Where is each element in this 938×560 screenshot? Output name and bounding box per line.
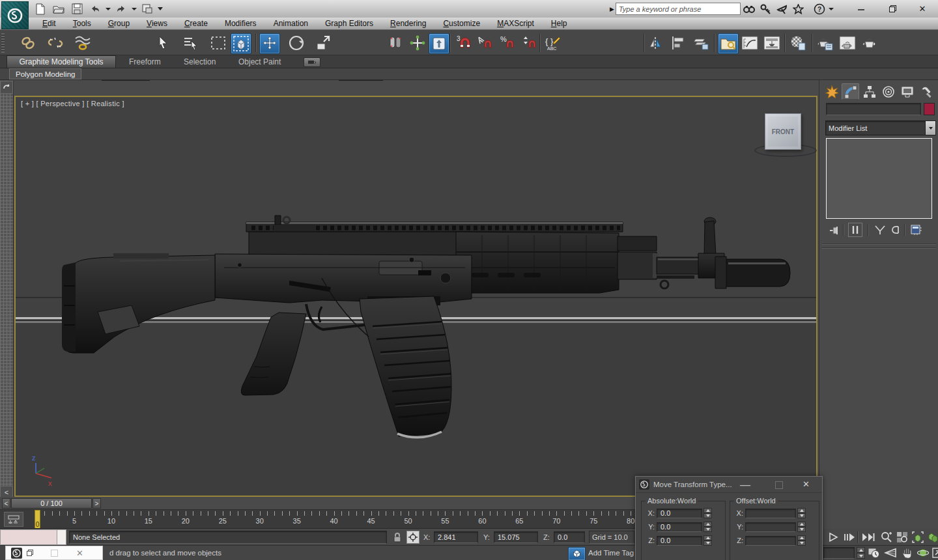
toolbar-drag-handle[interactable]: [1, 33, 5, 53]
render-setup-button[interactable]: [816, 33, 835, 53]
next-frame-step-button[interactable]: [842, 530, 857, 544]
current-frame-field[interactable]: [823, 547, 855, 559]
zoom-button[interactable]: [879, 530, 894, 544]
make-unique-button[interactable]: [873, 223, 887, 237]
off-y-spinner[interactable]: [797, 522, 806, 532]
abs-z-field[interactable]: 0.0: [657, 536, 702, 546]
select-and-manipulate-button[interactable]: [408, 33, 427, 53]
floating-window-titlebar[interactable]: ✕: [5, 546, 103, 560]
unlink-selection-button[interactable]: [46, 33, 65, 53]
search-button[interactable]: [742, 3, 757, 16]
abs-x-spinner[interactable]: [704, 508, 712, 518]
restore-window-small-icon[interactable]: [26, 549, 34, 557]
maximize-viewport-toggle[interactable]: [930, 546, 938, 560]
orbit-view-button[interactable]: [916, 546, 930, 560]
strip-scroll-top-button[interactable]: [0, 81, 13, 94]
pin-stack-button[interactable]: [827, 223, 842, 237]
redo-button[interactable]: [113, 2, 129, 16]
perspective-viewport[interactable]: z x [ + ] [ Perspective ] [ Realistic ] …: [14, 96, 817, 497]
help-dropdown[interactable]: [829, 8, 834, 10]
abs-y-field[interactable]: 0.0: [657, 522, 702, 532]
curve-editor-button[interactable]: [740, 33, 760, 53]
communication-center-button[interactable]: [775, 3, 789, 16]
menu-views[interactable]: Views: [138, 18, 176, 29]
maxscript-mini-listener[interactable]: [0, 529, 57, 545]
snaps-toggle-button[interactable]: 3: [453, 33, 473, 53]
undo-dropdown[interactable]: [106, 8, 111, 10]
modifier-stack-list[interactable]: [826, 138, 932, 219]
menu-tools[interactable]: Tools: [64, 18, 100, 29]
abs-z-spinner[interactable]: [704, 535, 712, 546]
select-and-place-button[interactable]: [386, 33, 405, 53]
menu-customize[interactable]: Customize: [434, 18, 489, 29]
select-and-rotate-button[interactable]: [287, 33, 306, 53]
edit-named-selection-sets-button[interactable]: { }ABC: [543, 33, 563, 53]
abs-y-spinner[interactable]: [704, 522, 712, 532]
maxscript-macro-recorder[interactable]: [57, 529, 66, 545]
next-frame-button[interactable]: >: [92, 498, 101, 509]
off-z-spinner[interactable]: [797, 535, 806, 546]
close-window-button[interactable]: ✕: [913, 3, 931, 14]
menu-edit[interactable]: Edit: [34, 18, 64, 29]
new-scene-button[interactable]: [33, 2, 48, 16]
material-editor-button[interactable]: [788, 33, 808, 53]
menu-create[interactable]: Create: [176, 18, 216, 29]
restore-window-button[interactable]: [883, 3, 902, 14]
tab-motion[interactable]: [879, 83, 897, 100]
schematic-view-button[interactable]: [762, 33, 782, 53]
search-input[interactable]: Type a keyword or phrase: [616, 3, 741, 15]
configure-modifier-sets-button[interactable]: [909, 223, 924, 237]
menu-graph-editors[interactable]: Graph Editors: [317, 18, 382, 29]
use-pivot-point-center-button[interactable]: [429, 33, 449, 54]
previous-frame-button[interactable]: <: [2, 498, 10, 509]
spinner-snap-button[interactable]: [520, 33, 539, 53]
redo-dropdown[interactable]: [132, 8, 137, 10]
select-object-button[interactable]: [154, 33, 173, 53]
viewcube[interactable]: FRONT: [765, 113, 801, 150]
select-and-move-button[interactable]: [259, 33, 280, 54]
go-to-end-button[interactable]: [861, 530, 875, 544]
abs-x-field[interactable]: 0.0: [657, 509, 702, 518]
off-z-field[interactable]: [745, 536, 796, 546]
angle-snap-button[interactable]: [476, 33, 495, 53]
move-transform-type-in-dialog[interactable]: Move Transform Type... — ✕ Absolute:Worl…: [635, 476, 823, 560]
dialog-maximize-button[interactable]: [775, 481, 783, 489]
rendered-frame-window-button[interactable]: [838, 33, 857, 53]
workspaces-button[interactable]: [139, 2, 155, 16]
tab-object-paint[interactable]: Object Paint: [233, 55, 286, 68]
off-x-field[interactable]: [745, 509, 796, 518]
tab-freeform[interactable]: Freeform: [124, 55, 166, 68]
menu-rendering[interactable]: Rendering: [382, 18, 434, 29]
minimize-window-button[interactable]: [852, 3, 870, 14]
save-file-button[interactable]: [69, 2, 85, 16]
undo-button[interactable]: [87, 2, 103, 16]
modifier-list-dropdown[interactable]: Modifier List: [825, 120, 936, 135]
close-small-icon[interactable]: ✕: [76, 548, 83, 558]
current-frame-marker[interactable]: 0: [35, 510, 40, 529]
align-button[interactable]: [670, 33, 689, 53]
scene-explorer-button[interactable]: [718, 33, 739, 54]
zoom-extents-all-button[interactable]: [926, 530, 938, 544]
show-end-result-button[interactable]: [848, 223, 862, 237]
selection-lock-toggle[interactable]: [391, 531, 404, 544]
tab-hierarchy[interactable]: [860, 83, 878, 100]
tab-graphite-modeling-tools[interactable]: Graphite Modeling Tools: [7, 55, 116, 68]
viewport-label[interactable]: [ + ] [ Perspective ] [ Realistic ]: [21, 100, 124, 107]
bind-to-space-warp-button[interactable]: [73, 33, 92, 53]
pan-view-button[interactable]: [900, 546, 914, 560]
x-coordinate-field[interactable]: 2.841: [434, 531, 478, 543]
dialog-title-bar[interactable]: Move Transform Type... — ✕: [636, 477, 822, 493]
dialog-minimize-button[interactable]: —: [740, 479, 750, 491]
zoom-extents-button[interactable]: [911, 530, 925, 544]
select-and-scale-button[interactable]: [314, 33, 334, 53]
off-x-spinner[interactable]: [797, 508, 806, 518]
remove-modifier-button[interactable]: [888, 223, 903, 237]
application-menu-button[interactable]: [1, 1, 29, 29]
time-slider-handle[interactable]: 0 / 100: [11, 498, 92, 509]
select-and-link-button[interactable]: [18, 33, 38, 53]
play-animation-button[interactable]: [826, 530, 840, 544]
add-time-tag[interactable]: Add Time Tag: [588, 549, 634, 557]
sign-in-button[interactable]: [758, 3, 773, 16]
menu-maxscript[interactable]: MAXScript: [489, 18, 543, 29]
tab-utilities[interactable]: [917, 83, 935, 100]
